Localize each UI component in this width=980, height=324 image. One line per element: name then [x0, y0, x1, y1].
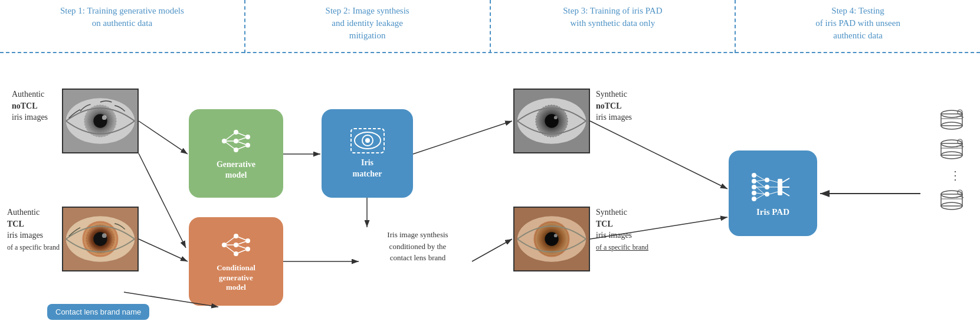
eye-svg-tcl-auth	[63, 207, 137, 271]
authentic-tcl-label: Authentic TCL iris images of a specific …	[7, 207, 60, 253]
svg-line-75	[769, 180, 778, 182]
brand-name-label: Contact lens brand name	[55, 307, 141, 316]
synthesis-line3: contact lens brand	[390, 253, 446, 262]
svg-line-54	[236, 245, 248, 249]
svg-rect-89	[941, 194, 962, 206]
step1-header: Step 1: Training generative models on au…	[0, 0, 245, 53]
database-dots: ⋮	[945, 168, 965, 182]
synthetic-notcl-label: Synthetic noTCL iris images	[596, 89, 632, 123]
svg-line-69	[756, 180, 765, 181]
authentic-notcl-eye	[62, 89, 139, 153]
svg-line-53	[236, 241, 248, 245]
svg-point-58	[752, 185, 756, 189]
svg-point-19	[554, 116, 558, 119]
db-item-2	[939, 139, 965, 161]
authentic-notcl-title: Authentic	[12, 90, 44, 99]
step3-header: Step 3: Training of iris PAD with synthe…	[491, 0, 736, 53]
svg-line-97	[413, 121, 512, 154]
authentic-tcl-bold: TCL	[7, 220, 24, 228]
synthetic-tcl-sub1: iris images	[596, 231, 632, 240]
svg-line-67	[782, 192, 789, 196]
iris-matcher-box: Iris matcher	[322, 109, 413, 198]
arrows-svg	[0, 59, 980, 324]
svg-line-102	[139, 153, 186, 248]
svg-point-25	[554, 234, 558, 237]
step1-label: Step 1: Training generative models on au…	[60, 5, 184, 30]
svg-line-98	[139, 239, 188, 261]
step2-label: Step 2: Image synthesis and identity lea…	[326, 5, 409, 42]
iris-pad-icon	[749, 169, 797, 205]
synthesis-line2: conditioned by the	[389, 242, 447, 251]
svg-point-59	[752, 191, 756, 195]
synthesis-line1: Iris image synthesis	[387, 230, 448, 239]
conditional-gen-model-box: Conditional generative model	[189, 217, 283, 306]
database-icon-2	[939, 139, 965, 161]
step4-header: Step 4: Testing of iris PAD with unseen …	[736, 0, 980, 53]
synthetic-notcl-bold: noTCL	[596, 102, 622, 110]
database-icon-1	[939, 109, 965, 132]
svg-line-55	[236, 249, 248, 254]
authentic-notcl-sub: iris images	[12, 113, 48, 122]
main-content: Generative model Iris matcher	[0, 59, 980, 324]
iris-pad-label: Iris PAD	[756, 207, 789, 217]
synthetic-tcl-title: Synthetic	[596, 208, 627, 217]
svg-rect-64	[778, 179, 782, 195]
contact-lens-brand-button[interactable]: Contact lens brand name	[47, 304, 149, 320]
step2-header: Step 2: Image synthesis and identity lea…	[245, 0, 491, 53]
diagram-container: Step 1: Training generative models on au…	[0, 0, 980, 324]
synthetic-tcl-bold: TCL	[596, 220, 613, 228]
svg-point-42	[365, 138, 370, 143]
db-item-1	[939, 109, 965, 132]
svg-line-35	[236, 132, 248, 137]
svg-line-37	[236, 141, 248, 145]
svg-point-6	[102, 115, 107, 120]
authentic-tcl-sub1: iris images	[7, 231, 43, 240]
svg-point-62	[765, 185, 769, 189]
svg-point-63	[765, 192, 769, 197]
eye-svg-notcl-synth	[514, 89, 589, 153]
synthetic-notcl-sub: iris images	[596, 113, 632, 122]
generative-model-icon	[218, 126, 254, 156]
cond-gen-model-label: Conditional generative model	[217, 263, 255, 293]
authentic-notcl-bold: noTCL	[12, 102, 38, 110]
gen-model-label: Generative model	[217, 159, 255, 181]
authentic-tcl-sub2: of a specific brand	[7, 243, 60, 251]
svg-line-95	[139, 121, 188, 154]
iris-matcher-label: Iris matcher	[353, 158, 382, 179]
synthetic-tcl-eye	[513, 207, 590, 271]
iris-pad-box: Iris PAD	[729, 150, 817, 236]
step-headers: Step 1: Training generative models on au…	[0, 0, 980, 53]
svg-rect-84	[941, 143, 962, 155]
authentic-tcl-eye	[62, 207, 139, 271]
cond-gen-model-icon	[218, 230, 254, 260]
svg-line-70	[756, 181, 765, 187]
synthetic-tcl-label: Synthetic TCL iris images of a specific …	[596, 207, 648, 253]
svg-point-61	[765, 178, 769, 182]
step3-label: Step 3: Training of iris PAD with synthe…	[563, 5, 662, 30]
svg-line-77	[769, 192, 778, 194]
svg-line-103	[590, 121, 727, 189]
eye-svg-tcl-synth	[514, 207, 589, 271]
svg-line-38	[236, 145, 248, 150]
synthesis-text-label: Iris image synthesis conditioned by the …	[365, 229, 471, 264]
step4-label: Step 4: Testing of iris PAD with unseen …	[815, 5, 900, 42]
eye-svg-notcl-auth	[63, 89, 137, 153]
synthetic-notcl-title: Synthetic	[596, 90, 627, 99]
svg-point-60	[752, 197, 756, 201]
horizontal-divider	[0, 52, 980, 53]
db-item-3	[939, 189, 965, 212]
authentic-tcl-title: Authentic	[7, 208, 40, 217]
authentic-notcl-label: Authentic noTCL iris images	[12, 89, 48, 123]
svg-point-57	[752, 179, 756, 184]
svg-line-65	[782, 178, 789, 182]
generative-model-box: Generative model	[189, 109, 283, 198]
svg-point-56	[752, 173, 756, 178]
svg-line-74	[756, 194, 765, 199]
iris-matcher-icon	[350, 127, 385, 154]
svg-line-101	[472, 239, 512, 261]
svg-line-36	[236, 137, 248, 141]
svg-point-13	[102, 233, 107, 238]
database-column: ⋮	[939, 109, 965, 212]
synthetic-tcl-sub2: of a specific brand	[596, 243, 648, 251]
svg-line-52	[236, 236, 248, 241]
